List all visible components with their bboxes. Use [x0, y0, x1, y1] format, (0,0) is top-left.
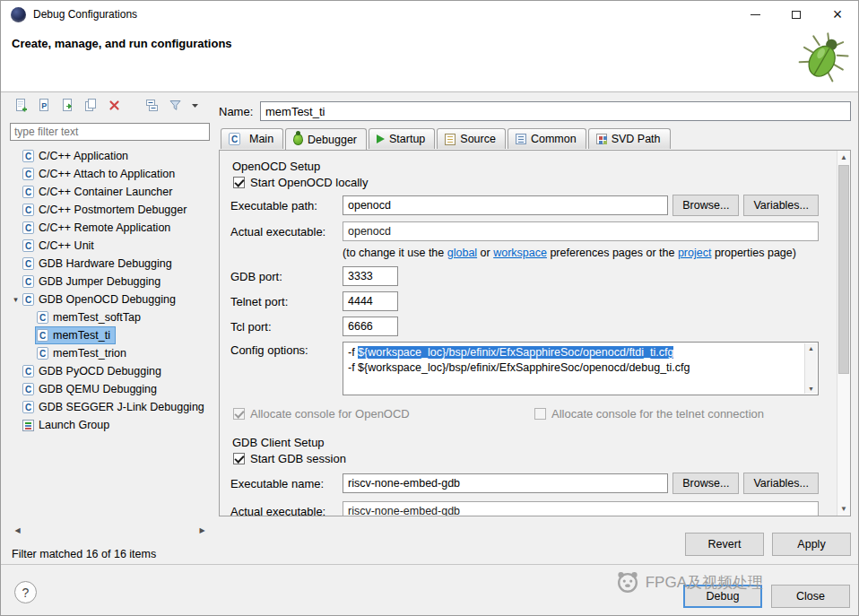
tree-item-content[interactable]: GDB PyOCD Debugging — [22, 363, 166, 379]
gdb-port-label: GDB port: — [230, 270, 338, 283]
export-configuration-icon[interactable] — [58, 96, 76, 114]
telnet-port-input[interactable] — [343, 291, 398, 311]
window-controls: × — [734, 1, 858, 28]
tree-item-content[interactable]: memTest_softTap — [36, 309, 145, 325]
tcl-port-input[interactable] — [343, 317, 398, 336]
tree-item-content[interactable]: C/C++ Postmortem Debugger — [22, 202, 191, 218]
config-scrollbar[interactable]: ▲ ▼ — [804, 343, 817, 394]
new-prototype-icon[interactable]: P — [35, 96, 53, 114]
tree-item[interactable]: GDB SEGGER J-Link Debugging — [10, 398, 210, 416]
tree-item-content[interactable]: memTest_trion — [36, 345, 131, 361]
collapse-all-icon[interactable] — [143, 96, 161, 114]
maximize-button[interactable] — [776, 1, 817, 28]
new-configuration-icon[interactable] — [12, 96, 30, 114]
tree-item-content[interactable]: GDB Hardware Debugging — [22, 256, 177, 272]
tree-horizontal-scrollbar[interactable]: ◀ ▶ — [10, 524, 210, 537]
help-button[interactable]: ? — [14, 581, 37, 603]
tree-item-content[interactable]: GDB OpenOCD Debugging — [22, 291, 180, 308]
tree-item[interactable]: GDB Jumper Debugging — [10, 273, 210, 291]
tree-item[interactable]: C/C++ Unit — [10, 237, 210, 255]
tree-item[interactable]: memTest_softTap — [24, 308, 210, 326]
start-gdb-session-checkbox[interactable] — [233, 453, 245, 464]
console-options-row: Allocate console for OpenOCD Allocate co… — [233, 407, 819, 421]
apply-button[interactable]: Apply — [772, 533, 851, 556]
tab-debugger[interactable]: Debugger — [285, 128, 367, 150]
tree-item-content[interactable]: C/C++ Container Launcher — [22, 184, 177, 200]
c-icon — [22, 186, 34, 198]
titlebar-close-button[interactable]: × — [817, 1, 858, 28]
delete-icon[interactable] — [105, 96, 123, 114]
tree-item[interactable]: GDB QEMU Debugging — [10, 380, 210, 398]
tree-item-label: C/C++ Container Launcher — [39, 186, 172, 198]
tab-common[interactable]: Common — [508, 128, 586, 149]
tab-svd-path[interactable]: SVD Path — [588, 128, 671, 149]
variables-button-gdb[interactable]: Variables... — [743, 473, 819, 494]
config-options-textarea[interactable]: -f ${workspace_loc}/bsp/efinix/EfxSapphi… — [343, 342, 819, 395]
tree-item-content[interactable]: GDB SEGGER J-Link Debugging — [22, 399, 209, 415]
scroll-down-arrow[interactable]: ▼ — [837, 502, 850, 516]
allocate-telnet-console-checkbox — [534, 408, 546, 420]
sidebar-toolbar: P — [10, 93, 210, 117]
note-text: or — [477, 247, 493, 259]
executable-path-input[interactable] — [343, 195, 668, 215]
global-link[interactable]: global — [447, 247, 477, 259]
tab-source[interactable]: Source — [437, 128, 506, 149]
tree-item[interactable]: C/C++ Remote Application — [10, 219, 210, 237]
browse-button-openocd[interactable]: Browse... — [672, 195, 739, 216]
tree-item[interactable]: GDB PyOCD Debugging — [10, 362, 210, 380]
project-link[interactable]: project — [678, 247, 712, 259]
filter-input[interactable] — [10, 123, 210, 141]
tree-item[interactable]: memTest_ti — [24, 326, 210, 344]
tree-item[interactable]: ▾GDB OpenOCD Debugging — [10, 291, 210, 308]
tree-item-content[interactable]: GDB Jumper Debugging — [22, 273, 165, 290]
duplicate-icon[interactable] — [82, 96, 100, 114]
telnet-port-label: Telnet port: — [230, 295, 338, 308]
titlebar[interactable]: Debug Configurations × — [1, 1, 858, 28]
close-button[interactable]: Close — [771, 585, 850, 608]
scroll-down-arrow[interactable]: ▼ — [808, 386, 814, 392]
variables-button-openocd[interactable]: Variables... — [743, 195, 819, 216]
c-icon — [22, 239, 34, 252]
workspace-link[interactable]: workspace — [493, 247, 547, 259]
scroll-up-arrow[interactable]: ▲ — [837, 151, 850, 164]
tree-item[interactable]: C/C++ Application — [10, 147, 210, 165]
gdb-port-row: GDB port: — [230, 266, 819, 286]
browse-button-gdb[interactable]: Browse... — [672, 473, 739, 494]
tree-item-content[interactable]: C/C++ Remote Application — [22, 220, 175, 236]
scroll-left-arrow[interactable]: ◀ — [10, 524, 25, 537]
debug-configurations-dialog: Debug Configurations × Create, manage, a… — [0, 0, 859, 616]
tree-item-content[interactable]: Launch Group — [22, 417, 114, 433]
tree-item-content[interactable]: C/C++ Unit — [22, 238, 99, 254]
tree-item[interactable]: C/C++ Attach to Application — [10, 165, 210, 183]
allocate-openocd-console-label: Allocate console for OpenOCD — [250, 407, 410, 421]
minimize-button[interactable] — [734, 1, 776, 28]
note-text: preferences pages or the — [547, 247, 678, 259]
tree-item[interactable]: Launch Group — [10, 416, 210, 434]
dialog-header-title: Create, manage, and run configurations — [12, 37, 232, 50]
name-input[interactable] — [260, 101, 851, 121]
view-menu-arrow-icon[interactable] — [189, 96, 200, 114]
tree-item-content[interactable]: memTest_ti — [36, 327, 115, 343]
scroll-right-arrow[interactable]: ▶ — [195, 524, 210, 537]
tree-item[interactable]: memTest_trion — [24, 344, 210, 362]
start-openocd-checkbox[interactable] — [233, 177, 245, 188]
tree-item-content[interactable]: C/C++ Application — [22, 148, 133, 164]
gdb-port-input[interactable] — [343, 266, 398, 286]
expander-icon[interactable]: ▾ — [10, 295, 22, 304]
tree-item[interactable]: C/C++ Postmortem Debugger — [10, 201, 210, 219]
content-scrollbar[interactable]: ▲ ▼ — [837, 151, 850, 516]
filter-icon[interactable] — [166, 96, 184, 114]
tree-item-content[interactable]: C/C++ Attach to Application — [22, 166, 179, 182]
start-openocd-label: Start OpenOCD locally — [250, 176, 369, 189]
executable-name-input[interactable] — [343, 473, 668, 493]
revert-button[interactable]: Revert — [685, 533, 764, 556]
tree-item[interactable]: C/C++ Container Launcher — [10, 183, 210, 201]
tab-label: Main — [249, 133, 273, 145]
tree-item[interactable]: GDB Hardware Debugging — [10, 255, 210, 273]
tab-main[interactable]: Main — [221, 128, 283, 149]
scroll-up-arrow[interactable]: ▲ — [808, 345, 814, 351]
start-gdb-row: Start GDB session — [233, 451, 819, 465]
scrollbar-thumb[interactable] — [838, 165, 849, 374]
tab-startup[interactable]: Startup — [369, 128, 435, 149]
tree-item-content[interactable]: GDB QEMU Debugging — [22, 381, 161, 397]
